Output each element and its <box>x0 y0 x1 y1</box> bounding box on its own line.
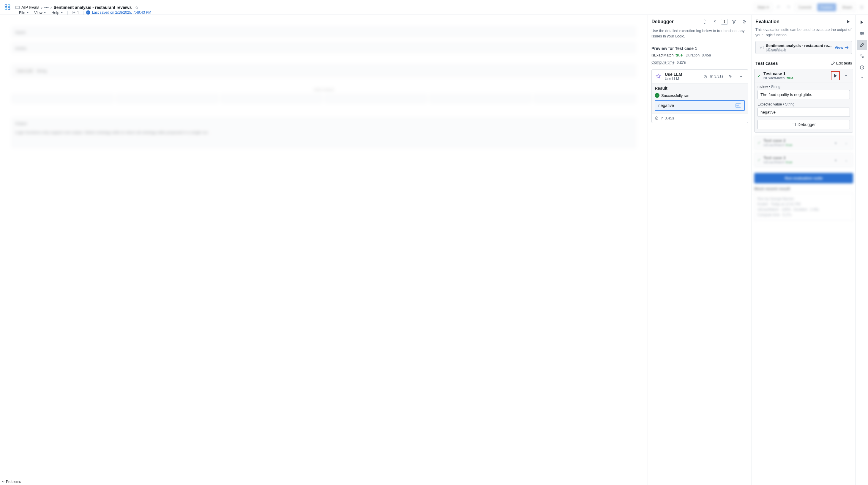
testcase-2[interactable]: ✓ Test case 2 isExactMatch true ▸ ⌄ <box>754 135 853 150</box>
rail-evaluation-icon[interactable] <box>857 40 867 50</box>
menu-icon[interactable]: ☰ <box>858 4 866 11</box>
rail-run-icon[interactable] <box>857 17 867 27</box>
recent-result: Most recent result Run by George Barnes … <box>754 186 853 221</box>
check-circle-icon: ✓ <box>86 10 90 14</box>
svg-point-9 <box>861 32 862 33</box>
filter-icon[interactable] <box>730 18 738 26</box>
saved-indicator: ✓ Last saved on 2/18/2025, 7:49:43 PM <box>86 10 151 14</box>
check-icon: ✓ <box>757 73 761 78</box>
expand-icon[interactable] <box>701 18 709 26</box>
result-label: Result <box>655 86 745 91</box>
chevron-down-icon <box>26 12 29 13</box>
play-icon[interactable] <box>844 18 852 26</box>
result-output[interactable]: negative M↓ <box>655 100 745 111</box>
redo-icon[interactable]: ↷ <box>785 4 793 11</box>
svg-rect-3 <box>8 7 9 9</box>
rail-deploy-icon[interactable] <box>857 74 867 84</box>
testcase-1: ✓ Test case 1 isExactMatch true review •… <box>754 69 853 132</box>
chevron-up-icon[interactable] <box>842 72 850 80</box>
debugger-description: Use the detailed execution log below to … <box>648 29 751 43</box>
problems-bar[interactable]: Problems <box>0 479 23 485</box>
llm-card-sub: Use LLM <box>665 77 701 81</box>
app-logo <box>2 2 13 13</box>
publish-button[interactable]: Publish <box>817 3 837 11</box>
view-suite-link[interactable]: View <box>835 45 849 50</box>
review-field-value[interactable]: The food quality is negligible. <box>757 90 850 99</box>
stopwatch-icon <box>655 116 658 120</box>
undo-icon[interactable]: ↶ <box>775 4 782 11</box>
pencil-icon <box>831 61 835 65</box>
evaluation-title: Evaluation <box>755 19 844 24</box>
svg-rect-2 <box>5 7 6 9</box>
svg-rect-1 <box>8 4 9 6</box>
test-count-badge: 1 <box>721 19 728 25</box>
evaluation-panel: Evaluation This evaluation suite can be … <box>751 15 856 485</box>
expected-field-label: Expected value • String <box>757 102 850 107</box>
result-footer-time: In 3.45s <box>660 116 674 120</box>
main-branch-button[interactable]: Main ▾ <box>754 3 772 11</box>
stopwatch-icon <box>704 74 707 79</box>
svg-point-10 <box>862 33 863 34</box>
metrics-row: isExactMatch true Duration 3.45s Compute… <box>648 52 751 67</box>
svg-rect-7 <box>759 46 763 49</box>
testcase-3[interactable]: ✓ Test case 3 isExactMatch true ▸ ⌄ <box>754 153 853 167</box>
tc1-title: Test case 1 <box>764 71 829 76</box>
llm-card-title: Use LLM <box>665 72 701 77</box>
llm-time: In 3.31s <box>710 74 723 79</box>
preview-heading: Preview for Test case 1 <box>648 43 751 52</box>
share-button[interactable]: Share <box>839 3 856 11</box>
chevron-down-icon <box>44 12 46 13</box>
run-suite-button[interactable]: Run evaluation suite <box>754 173 853 183</box>
run-testcase-button[interactable] <box>831 71 840 80</box>
testcases-heading: Test cases <box>755 61 831 66</box>
evaluation-description: This evaluation suite can be used to eva… <box>752 27 856 41</box>
debugger-title: Debugger <box>651 19 699 24</box>
chevron-down-icon <box>2 480 5 483</box>
svg-point-11 <box>861 34 862 35</box>
svg-rect-8 <box>792 123 796 126</box>
chevron-down-icon[interactable] <box>737 72 745 80</box>
debugger-icon <box>792 122 796 127</box>
llm-icon <box>655 73 662 80</box>
review-field-label: review • String <box>757 85 850 89</box>
debugger-panel: Debugger 1 Use the detailed execution lo… <box>648 15 751 485</box>
edit-tests-link[interactable]: Edit tests <box>831 61 852 65</box>
rail-history-icon[interactable] <box>857 62 867 72</box>
expand-right-icon[interactable] <box>740 18 748 26</box>
logic-canvas: Inputs review Use LLM String Add a block… <box>0 15 648 485</box>
success-indicator: ✓ Successfully ran <box>655 93 745 98</box>
rail-branches-icon[interactable] <box>857 51 867 61</box>
commit-button[interactable]: Commit <box>795 3 815 11</box>
cursor-icon[interactable] <box>726 72 734 80</box>
markdown-badge: M↓ <box>735 103 741 108</box>
check-icon: ✓ <box>655 93 659 98</box>
collapse-icon[interactable] <box>711 18 719 26</box>
suite-icon <box>759 45 764 50</box>
llm-execution-card: Use LLM Use LLM In 3.31s Result ✓ Succes… <box>651 69 748 123</box>
expected-field-value[interactable]: negative <box>757 108 850 117</box>
rail-settings-icon[interactable] <box>857 29 867 39</box>
svg-rect-0 <box>5 4 6 6</box>
branch-icon <box>72 11 76 14</box>
open-debugger-button[interactable]: Debugger <box>757 120 850 129</box>
evaluation-suite-link[interactable]: Sentiment analysis - restaurant revi… is… <box>755 41 852 54</box>
chevron-down-icon <box>61 12 63 13</box>
right-icon-rail <box>856 15 868 485</box>
